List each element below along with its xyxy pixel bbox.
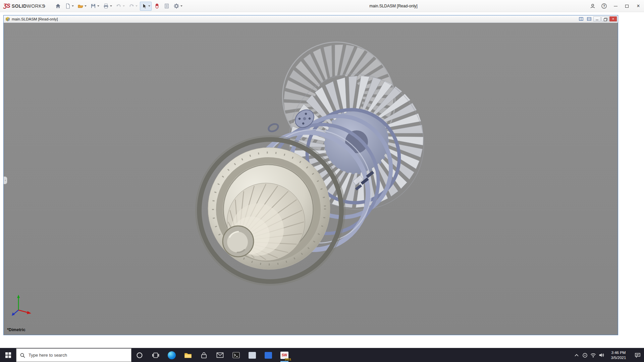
dropdown-arrow-icon[interactable]: [110, 5, 112, 7]
document-titlebar[interactable]: main.SLDASM [Read-only] ×: [4, 15, 618, 23]
new-document-button[interactable]: [63, 2, 75, 11]
doc-minimize-button[interactable]: [593, 16, 601, 21]
app-window-title: main.SLDASM [Read-only]: [369, 0, 417, 12]
open-folder-icon: [77, 3, 84, 9]
gear-icon: [173, 3, 179, 9]
taskbar-solidworks[interactable]: SW 2021: [276, 348, 292, 362]
tray-status[interactable]: [581, 348, 589, 362]
view-orientation-label: *Dimetric: [7, 327, 25, 332]
help-button[interactable]: ?: [598, 0, 610, 12]
app-tile-icon: [249, 352, 256, 359]
account-button[interactable]: [587, 0, 598, 12]
options-document-icon: [164, 3, 170, 9]
dropdown-arrow-icon[interactable]: [123, 5, 125, 7]
undo-button[interactable]: [114, 2, 126, 11]
lifting-loop: [267, 123, 279, 133]
select-tool-button[interactable]: [140, 2, 152, 11]
dropdown-arrow-icon[interactable]: [85, 5, 87, 7]
open-button[interactable]: [76, 2, 88, 11]
tile-horizontal-button[interactable]: [585, 16, 593, 21]
dropdown-arrow-icon[interactable]: [136, 5, 138, 7]
home-button[interactable]: [54, 2, 62, 11]
print-button[interactable]: [102, 2, 113, 11]
taskbar-search[interactable]: [16, 348, 131, 362]
store-bag-icon: [200, 352, 208, 359]
windows-logo-icon: [5, 352, 11, 358]
maximize-icon: [625, 5, 629, 8]
close-icon: ×: [612, 17, 614, 21]
speaker-icon: [599, 353, 604, 358]
menu-expand-chevron[interactable]: ▸: [44, 3, 46, 8]
graphics-viewport[interactable]: *Dimetric ‹: [4, 23, 618, 335]
taskbar-task-view[interactable]: [148, 348, 164, 362]
tile-horizontal-icon: [587, 17, 591, 21]
doc-restore-button[interactable]: [601, 16, 609, 21]
cortana-icon: [136, 352, 143, 359]
task-view-icon: [152, 352, 159, 358]
close-button[interactable]: ×: [633, 0, 644, 12]
doc-close-button[interactable]: ×: [609, 16, 617, 21]
tray-volume[interactable]: [597, 348, 606, 362]
redo-button[interactable]: [127, 2, 139, 11]
taskbar-file-explorer[interactable]: [180, 348, 196, 362]
exhaust-cone: [223, 183, 305, 261]
compressor-casing: [228, 91, 418, 273]
taskbar-mail[interactable]: [212, 348, 228, 362]
minimize-button[interactable]: [610, 0, 621, 12]
clock-date: 3/5/2021: [606, 355, 631, 360]
brand-wordmark: SOLIDWORKS: [12, 3, 45, 9]
quick-access-toolbar: [54, 1, 184, 11]
terminal-icon: [232, 352, 240, 358]
dassault-logo-mark: ƷS: [3, 3, 10, 9]
svg-text:?: ?: [603, 4, 605, 8]
tray-network[interactable]: [589, 348, 597, 362]
dropdown-arrow-icon[interactable]: [72, 5, 74, 7]
user-icon: [590, 3, 596, 9]
tray-overflow-chevron[interactable]: [572, 348, 581, 362]
options-button[interactable]: [162, 2, 171, 11]
redo-icon: [128, 3, 135, 9]
app-window-controls: ? ×: [587, 0, 644, 12]
search-input[interactable]: [16, 349, 131, 362]
dropdown-arrow-icon[interactable]: [148, 5, 150, 7]
taskbar-store[interactable]: [196, 348, 212, 362]
help-icon: ?: [601, 3, 607, 9]
taskbar-terminal[interactable]: [228, 348, 244, 362]
taskbar-clock[interactable]: 3:46 PM 3/5/2021: [606, 350, 631, 360]
maximize-button[interactable]: [621, 0, 633, 12]
undo-icon: [116, 3, 122, 9]
orientation-triad[interactable]: [9, 291, 37, 317]
taskbar-edge[interactable]: [164, 348, 180, 362]
status-circle-icon: [582, 353, 588, 358]
accessory-flange: [292, 106, 318, 131]
app-tile-icon: [265, 352, 272, 359]
action-center-button[interactable]: [631, 348, 644, 362]
tile-vertical-icon: [579, 17, 583, 21]
tile-vertical-button[interactable]: [577, 16, 585, 21]
notification-icon: [635, 353, 641, 358]
new-document-icon: [65, 3, 71, 9]
dropdown-arrow-icon[interactable]: [97, 5, 99, 7]
triad-x-axis: [27, 311, 31, 314]
triad-y-axis: [17, 295, 20, 298]
engine-3d-model: [4, 23, 618, 335]
dropdown-arrow-icon[interactable]: [180, 5, 182, 7]
file-explorer-icon: [184, 352, 192, 358]
settings-button[interactable]: [172, 2, 184, 11]
solidworks-logo: ƷS SOLIDWORKS: [3, 0, 45, 12]
system-tray: 3:46 PM 3/5/2021: [572, 348, 644, 362]
feature-tree-collapse-tab[interactable]: ‹: [4, 176, 7, 184]
taskbar-cortana[interactable]: [131, 348, 148, 362]
save-button[interactable]: [89, 2, 101, 11]
mouse-gestures-button[interactable]: [153, 2, 161, 11]
start-button[interactable]: [0, 348, 16, 362]
app-titlebar: ƷS SOLIDWORKS ▸: [0, 0, 644, 12]
document-window: main.SLDASM [Read-only] ×: [3, 15, 618, 335]
minimize-icon: [614, 6, 618, 6]
taskbar-app-blue[interactable]: [260, 348, 276, 362]
fan-ghost-stage: [260, 23, 418, 178]
mouse-icon: [154, 3, 160, 9]
taskbar-app-light[interactable]: [244, 348, 260, 362]
chevron-up-icon: [575, 354, 579, 357]
fan-main-stage: [262, 47, 451, 237]
